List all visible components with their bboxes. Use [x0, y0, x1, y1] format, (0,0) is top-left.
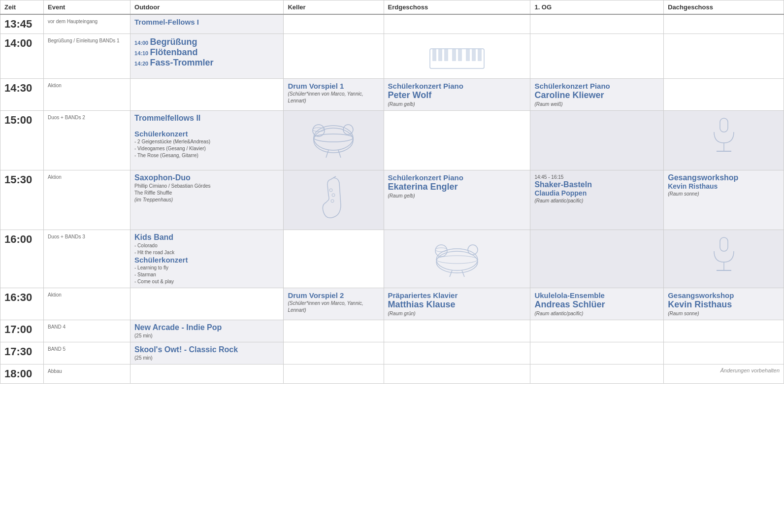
erd-cell-1430: Schülerkonzert Piano Peter Wolf (Raum ge…: [384, 79, 530, 111]
table-row: 18:00 Abbau Änderungen vorbehalten: [0, 365, 784, 384]
drums-illustration: [288, 114, 379, 167]
erd-cell-1730: [384, 342, 530, 365]
dach-cell-1530: Gesangsworkshop Kevin Risthaus (Raum son…: [664, 170, 784, 230]
table-row: 15:00 Duos + BANDs 2 Trommelfellows II S…: [0, 111, 784, 170]
drum-vorspiel-1-sub: (Schüler*innen von Marco, Yannic, Lennar…: [288, 90, 379, 104]
schuelerkonzert-1600-sub-2: - Starman: [134, 271, 279, 278]
ukulelola-ensemble: Ukulelola-Ensemble Andreas Schlüer (Raum…: [534, 291, 659, 317]
dach-cell-1700: [664, 320, 784, 342]
dach-cell-1730: [664, 342, 784, 365]
prapariertes-klavier: Präpariertes Klavier Matthias Klause (Ra…: [388, 291, 526, 317]
og-cell-1345: [530, 14, 664, 34]
header-og: 1. OG: [530, 0, 664, 15]
svg-rect-5: [458, 49, 462, 61]
event-cell-1700: BAND 4: [44, 320, 131, 342]
dach-cell-1400: [664, 34, 784, 79]
event-cell-1600: Duos + BANDs 3: [44, 230, 131, 288]
schuelerkonzert-piano-peter-wolf: Schülerkonzert Piano Peter Wolf (Raum ge…: [388, 82, 526, 107]
gesangsworkshop-kevin-1530: Gesangsworkshop Kevin Risthaus (Raum son…: [668, 173, 780, 197]
event-cell-1530: Aktion: [44, 170, 131, 230]
svg-point-23: [332, 194, 335, 197]
svg-rect-8: [478, 49, 482, 61]
outdoor-cell-1630: [131, 288, 284, 320]
header-keller: Keller: [284, 0, 384, 15]
dach-cell-1600: [664, 230, 784, 288]
svg-rect-1: [432, 49, 436, 61]
saxophon-duo-names: Phillip Cimiano / Sebastian Gördes: [134, 182, 279, 189]
drums2-illustration: [388, 233, 526, 281]
drum-vorspiel-1-title: Drum Vorspiel 1: [288, 82, 379, 90]
time-cell-1630: 16:30: [0, 288, 44, 320]
shaker-basteln: 14:45 - 16:15 Shaker-Basteln Claudia Pop…: [534, 173, 659, 204]
svg-line-17: [326, 150, 328, 158]
table-row: 17:00 BAND 4 New Arcade - Indie Pop (25 …: [0, 320, 784, 342]
time-cell-1730: 17:30: [0, 342, 44, 365]
og-cell-1500: [530, 111, 664, 170]
saxo-illustration: [288, 173, 379, 227]
svg-rect-4: [452, 49, 456, 61]
changes-note: Änderungen vorbehalten: [720, 367, 780, 373]
svg-rect-19: [720, 118, 728, 132]
piano-illustration: [388, 37, 526, 75]
outdoor-cell-1800: [131, 365, 284, 384]
erd-cell-1800: [384, 365, 530, 384]
keller-cell-1630: Drum Vorspiel 2 (Schüler*innen von Marco…: [284, 288, 384, 320]
keller-cell-1400: [284, 34, 384, 79]
og-cell-1400: [530, 34, 664, 79]
outdoor-item-floetenband: 14:10 Flötenband: [134, 47, 279, 58]
svg-point-31: [468, 245, 478, 255]
new-arcade-title: New Arcade - Indie Pop: [134, 323, 279, 332]
outdoor-cell-1345: Trommel-Fellows I: [131, 14, 284, 34]
header-zeit: Zeit: [0, 0, 44, 15]
schuelerkonzert-1600-sub-1: - Learning to fly: [134, 264, 279, 271]
keller-cell-1430: Drum Vorspiel 1 (Schüler*innen von Marco…: [284, 79, 384, 111]
time-cell-1700: 17:00: [0, 320, 44, 342]
dach-cell-1500: [664, 111, 784, 170]
schuelerkonzert-piano-caroline-kliewer: Schülerkonzert Piano Caroline Kliewer (R…: [534, 82, 659, 107]
schuelerkonzert-1600-sub-3: - Come out & play: [134, 278, 279, 285]
event-cell-1345: vor dem Haupteingang: [44, 14, 131, 34]
event-cell-1730: BAND 5: [44, 342, 131, 365]
saxophon-duo-location: (im Treppenhaus): [134, 196, 279, 203]
kids-band-sub-1: - Colorado: [134, 242, 279, 249]
event-cell-1430: Aktion: [44, 79, 131, 111]
header-dachgeschoss: Dachgeschoss: [664, 0, 784, 15]
event-cell-1800: Abbau: [44, 365, 131, 384]
drum-vorspiel-2-title: Drum Vorspiel 2: [288, 291, 379, 299]
event-cell-1500: Duos + BANDs 2: [44, 111, 131, 170]
og-cell-1730: [530, 342, 664, 365]
time-cell-1345: 13:45: [0, 14, 44, 34]
outdoor-cell-1530: Saxophon-Duo Phillip Cimiano / Sebastian…: [131, 170, 284, 230]
outdoor-cell-1400: 14:00 Begrüßung 14:10 Flötenband 14:20 F…: [131, 34, 284, 79]
svg-rect-7: [472, 49, 476, 61]
time-cell-1800: 18:00: [0, 365, 44, 384]
og-cell-1800: [530, 365, 664, 384]
schuelerkonzert-sub-3: - The Rose (Gesang, Gitarre): [134, 152, 279, 159]
keller-cell-1600: [284, 230, 384, 288]
event-cell-1400: Begrüßung / Einleitung BANDs 1: [44, 34, 131, 79]
outdoor-cell-1430: [131, 79, 284, 111]
dach-cell-1430: [664, 79, 784, 111]
mic-illustration: [668, 114, 780, 162]
skools-owt-duration: (25 min): [134, 354, 279, 361]
og-cell-1630: Ukulelola-Ensemble Andreas Schlüer (Raum…: [530, 288, 664, 320]
svg-point-27: [436, 249, 478, 270]
erd-cell-1700: [384, 320, 530, 342]
outdoor-cell-1600: Kids Band - Colorado - Hit the road Jack…: [131, 230, 284, 288]
keller-cell-1730: [284, 342, 384, 365]
schuelerkonzert-1500: Schülerkonzert: [134, 130, 279, 138]
header-outdoor: Outdoor: [131, 0, 284, 15]
erd-cell-1530: Schülerkonzert Piano Ekaterina Engler (R…: [384, 170, 530, 230]
erd-cell-1500: [384, 111, 530, 170]
kids-band-sub-2: - Hit the road Jack: [134, 249, 279, 256]
svg-rect-6: [466, 49, 470, 61]
table-row: 13:45 vor dem Haupteingang Trommel-Fello…: [0, 14, 784, 34]
table-row: 17:30 BAND 5 Skool's Owt! - Classic Rock…: [0, 342, 784, 365]
table-row: 16:30 Aktion Drum Vorspiel 2 (Schüler*in…: [0, 288, 784, 320]
saxophon-duo-title: Saxophon-Duo: [134, 173, 279, 182]
keller-cell-1500: [284, 111, 384, 170]
schuelerkonzert-piano-ekaterina: Schülerkonzert Piano Ekaterina Engler (R…: [388, 173, 526, 199]
time-cell-1500: 15:00: [0, 111, 44, 170]
new-arcade-duration: (25 min): [134, 332, 279, 339]
outdoor-cell-1500: Trommelfellows II Schülerkonzert - 2 Gei…: [131, 111, 284, 170]
